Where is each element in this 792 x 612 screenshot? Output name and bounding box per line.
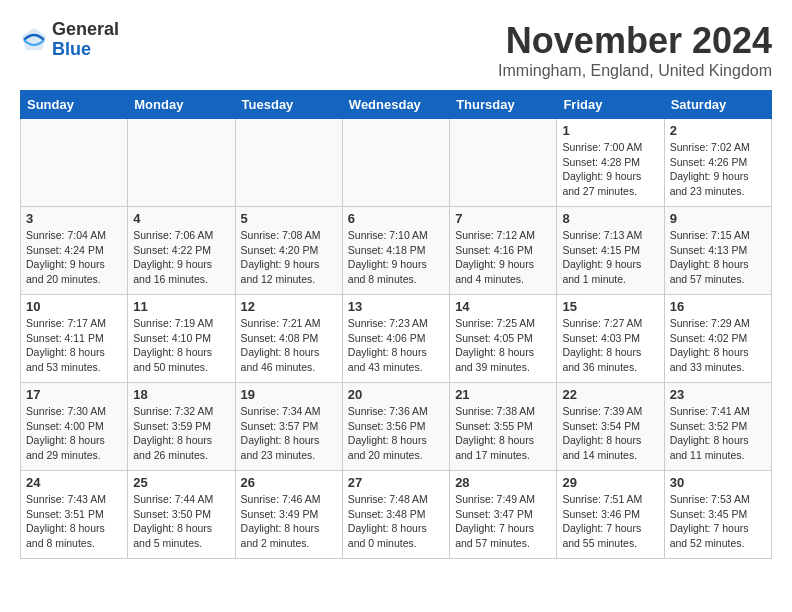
calendar-cell xyxy=(235,119,342,207)
calendar-cell: 15Sunrise: 7:27 AM Sunset: 4:03 PM Dayli… xyxy=(557,295,664,383)
calendar-cell xyxy=(450,119,557,207)
calendar-row: 24Sunrise: 7:43 AM Sunset: 3:51 PM Dayli… xyxy=(21,471,772,559)
calendar-cell: 26Sunrise: 7:46 AM Sunset: 3:49 PM Dayli… xyxy=(235,471,342,559)
day-number: 1 xyxy=(562,123,658,138)
day-number: 21 xyxy=(455,387,551,402)
calendar-cell: 7Sunrise: 7:12 AM Sunset: 4:16 PM Daylig… xyxy=(450,207,557,295)
calendar-row: 10Sunrise: 7:17 AM Sunset: 4:11 PM Dayli… xyxy=(21,295,772,383)
location: Immingham, England, United Kingdom xyxy=(498,62,772,80)
day-info: Sunrise: 7:34 AM Sunset: 3:57 PM Dayligh… xyxy=(241,404,337,463)
day-info: Sunrise: 7:13 AM Sunset: 4:15 PM Dayligh… xyxy=(562,228,658,287)
calendar-cell: 13Sunrise: 7:23 AM Sunset: 4:06 PM Dayli… xyxy=(342,295,449,383)
day-number: 14 xyxy=(455,299,551,314)
day-info: Sunrise: 7:39 AM Sunset: 3:54 PM Dayligh… xyxy=(562,404,658,463)
calendar-cell: 17Sunrise: 7:30 AM Sunset: 4:00 PM Dayli… xyxy=(21,383,128,471)
day-info: Sunrise: 7:44 AM Sunset: 3:50 PM Dayligh… xyxy=(133,492,229,551)
day-number: 25 xyxy=(133,475,229,490)
day-number: 13 xyxy=(348,299,444,314)
calendar-row: 3Sunrise: 7:04 AM Sunset: 4:24 PM Daylig… xyxy=(21,207,772,295)
title-block: November 2024 Immingham, England, United… xyxy=(498,20,772,80)
day-number: 15 xyxy=(562,299,658,314)
col-header-friday: Friday xyxy=(557,91,664,119)
calendar-cell: 12Sunrise: 7:21 AM Sunset: 4:08 PM Dayli… xyxy=(235,295,342,383)
day-number: 18 xyxy=(133,387,229,402)
calendar-cell: 25Sunrise: 7:44 AM Sunset: 3:50 PM Dayli… xyxy=(128,471,235,559)
day-info: Sunrise: 7:32 AM Sunset: 3:59 PM Dayligh… xyxy=(133,404,229,463)
day-info: Sunrise: 7:17 AM Sunset: 4:11 PM Dayligh… xyxy=(26,316,122,375)
day-number: 5 xyxy=(241,211,337,226)
calendar-cell xyxy=(21,119,128,207)
day-info: Sunrise: 7:49 AM Sunset: 3:47 PM Dayligh… xyxy=(455,492,551,551)
calendar-cell xyxy=(342,119,449,207)
day-number: 12 xyxy=(241,299,337,314)
day-info: Sunrise: 7:08 AM Sunset: 4:20 PM Dayligh… xyxy=(241,228,337,287)
col-header-sunday: Sunday xyxy=(21,91,128,119)
calendar-cell: 14Sunrise: 7:25 AM Sunset: 4:05 PM Dayli… xyxy=(450,295,557,383)
day-info: Sunrise: 7:25 AM Sunset: 4:05 PM Dayligh… xyxy=(455,316,551,375)
col-header-wednesday: Wednesday xyxy=(342,91,449,119)
day-number: 28 xyxy=(455,475,551,490)
logo: General Blue xyxy=(20,20,119,60)
logo-blue: Blue xyxy=(52,39,91,59)
day-number: 22 xyxy=(562,387,658,402)
day-info: Sunrise: 7:00 AM Sunset: 4:28 PM Dayligh… xyxy=(562,140,658,199)
day-info: Sunrise: 7:53 AM Sunset: 3:45 PM Dayligh… xyxy=(670,492,766,551)
calendar-cell: 24Sunrise: 7:43 AM Sunset: 3:51 PM Dayli… xyxy=(21,471,128,559)
header-row: SundayMondayTuesdayWednesdayThursdayFrid… xyxy=(21,91,772,119)
day-number: 4 xyxy=(133,211,229,226)
day-number: 24 xyxy=(26,475,122,490)
calendar-row: 17Sunrise: 7:30 AM Sunset: 4:00 PM Dayli… xyxy=(21,383,772,471)
calendar-cell: 16Sunrise: 7:29 AM Sunset: 4:02 PM Dayli… xyxy=(664,295,771,383)
day-number: 3 xyxy=(26,211,122,226)
day-number: 26 xyxy=(241,475,337,490)
day-number: 9 xyxy=(670,211,766,226)
day-info: Sunrise: 7:38 AM Sunset: 3:55 PM Dayligh… xyxy=(455,404,551,463)
day-number: 17 xyxy=(26,387,122,402)
calendar-cell: 30Sunrise: 7:53 AM Sunset: 3:45 PM Dayli… xyxy=(664,471,771,559)
calendar-cell: 5Sunrise: 7:08 AM Sunset: 4:20 PM Daylig… xyxy=(235,207,342,295)
day-info: Sunrise: 7:06 AM Sunset: 4:22 PM Dayligh… xyxy=(133,228,229,287)
calendar-cell: 3Sunrise: 7:04 AM Sunset: 4:24 PM Daylig… xyxy=(21,207,128,295)
logo-icon xyxy=(20,26,48,54)
day-info: Sunrise: 7:51 AM Sunset: 3:46 PM Dayligh… xyxy=(562,492,658,551)
logo-text: General Blue xyxy=(52,20,119,60)
day-number: 23 xyxy=(670,387,766,402)
day-info: Sunrise: 7:43 AM Sunset: 3:51 PM Dayligh… xyxy=(26,492,122,551)
col-header-tuesday: Tuesday xyxy=(235,91,342,119)
col-header-saturday: Saturday xyxy=(664,91,771,119)
calendar-table: SundayMondayTuesdayWednesdayThursdayFrid… xyxy=(20,90,772,559)
calendar-cell: 20Sunrise: 7:36 AM Sunset: 3:56 PM Dayli… xyxy=(342,383,449,471)
calendar-cell: 19Sunrise: 7:34 AM Sunset: 3:57 PM Dayli… xyxy=(235,383,342,471)
day-number: 29 xyxy=(562,475,658,490)
calendar-cell: 10Sunrise: 7:17 AM Sunset: 4:11 PM Dayli… xyxy=(21,295,128,383)
calendar-cell: 2Sunrise: 7:02 AM Sunset: 4:26 PM Daylig… xyxy=(664,119,771,207)
calendar-cell: 8Sunrise: 7:13 AM Sunset: 4:15 PM Daylig… xyxy=(557,207,664,295)
day-info: Sunrise: 7:46 AM Sunset: 3:49 PM Dayligh… xyxy=(241,492,337,551)
day-info: Sunrise: 7:15 AM Sunset: 4:13 PM Dayligh… xyxy=(670,228,766,287)
calendar-row: 1Sunrise: 7:00 AM Sunset: 4:28 PM Daylig… xyxy=(21,119,772,207)
day-info: Sunrise: 7:41 AM Sunset: 3:52 PM Dayligh… xyxy=(670,404,766,463)
calendar-cell: 29Sunrise: 7:51 AM Sunset: 3:46 PM Dayli… xyxy=(557,471,664,559)
day-info: Sunrise: 7:48 AM Sunset: 3:48 PM Dayligh… xyxy=(348,492,444,551)
day-number: 20 xyxy=(348,387,444,402)
day-number: 2 xyxy=(670,123,766,138)
day-number: 10 xyxy=(26,299,122,314)
month-title: November 2024 xyxy=(498,20,772,62)
day-info: Sunrise: 7:02 AM Sunset: 4:26 PM Dayligh… xyxy=(670,140,766,199)
calendar-cell: 28Sunrise: 7:49 AM Sunset: 3:47 PM Dayli… xyxy=(450,471,557,559)
calendar-cell: 21Sunrise: 7:38 AM Sunset: 3:55 PM Dayli… xyxy=(450,383,557,471)
calendar-cell: 18Sunrise: 7:32 AM Sunset: 3:59 PM Dayli… xyxy=(128,383,235,471)
calendar-cell: 22Sunrise: 7:39 AM Sunset: 3:54 PM Dayli… xyxy=(557,383,664,471)
day-info: Sunrise: 7:04 AM Sunset: 4:24 PM Dayligh… xyxy=(26,228,122,287)
calendar-cell: 23Sunrise: 7:41 AM Sunset: 3:52 PM Dayli… xyxy=(664,383,771,471)
day-info: Sunrise: 7:36 AM Sunset: 3:56 PM Dayligh… xyxy=(348,404,444,463)
day-info: Sunrise: 7:29 AM Sunset: 4:02 PM Dayligh… xyxy=(670,316,766,375)
calendar-cell: 1Sunrise: 7:00 AM Sunset: 4:28 PM Daylig… xyxy=(557,119,664,207)
calendar-cell: 6Sunrise: 7:10 AM Sunset: 4:18 PM Daylig… xyxy=(342,207,449,295)
day-number: 16 xyxy=(670,299,766,314)
day-number: 7 xyxy=(455,211,551,226)
page-header: General Blue November 2024 Immingham, En… xyxy=(20,20,772,80)
day-info: Sunrise: 7:10 AM Sunset: 4:18 PM Dayligh… xyxy=(348,228,444,287)
day-number: 19 xyxy=(241,387,337,402)
day-info: Sunrise: 7:27 AM Sunset: 4:03 PM Dayligh… xyxy=(562,316,658,375)
